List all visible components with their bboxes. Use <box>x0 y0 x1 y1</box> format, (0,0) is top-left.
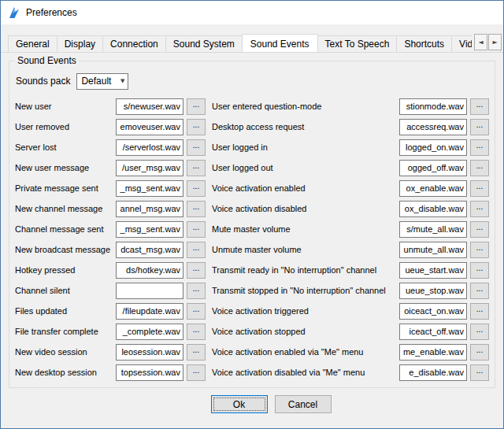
browse-button[interactable]: ... <box>470 283 489 299</box>
sound-file-input[interactable] <box>116 283 183 299</box>
browse-button[interactable]: ... <box>187 160 206 176</box>
row-user-logged-in: User logged in ... <box>212 137 489 157</box>
sound-file-input[interactable] <box>399 364 467 381</box>
browse-button[interactable]: ... <box>187 283 206 299</box>
row-files-updated: Files updated ... <box>15 301 206 321</box>
sounds-pack-select[interactable]: Default ▼ <box>76 73 128 90</box>
browse-button[interactable]: ... <box>187 221 206 238</box>
app-logo-icon <box>8 6 20 19</box>
event-label: Transmit ready in "No interruption" chan… <box>212 265 399 275</box>
event-label: New channel message <box>15 204 116 213</box>
browse-button[interactable]: ... <box>187 364 206 381</box>
sound-file-input[interactable] <box>399 98 467 115</box>
browse-button[interactable]: ... <box>470 139 489 156</box>
tab-text-to-speech[interactable]: Text To Speech <box>317 35 398 52</box>
browse-button[interactable]: ... <box>187 180 206 197</box>
event-label: Files updated <box>15 306 116 316</box>
tab-connection[interactable]: Connection <box>102 35 166 52</box>
event-label: Voice activation enabled <box>212 183 399 193</box>
event-label: New desktop session <box>15 368 116 377</box>
sound-file-input[interactable] <box>399 324 467 340</box>
browse-button[interactable]: ... <box>187 303 206 320</box>
tab-sound-system[interactable]: Sound System <box>165 35 243 52</box>
sound-file-input[interactable] <box>399 201 467 217</box>
sound-file-input[interactable] <box>116 324 183 340</box>
row-voice-activation-stopped: Voice activation stopped ... <box>212 321 489 342</box>
browse-button[interactable]: ... <box>470 303 489 320</box>
browse-button[interactable]: ... <box>187 201 206 217</box>
tab-sound-events[interactable]: Sound Events <box>242 34 318 53</box>
sound-file-input[interactable] <box>399 119 467 135</box>
sound-file-input[interactable] <box>116 303 183 320</box>
tab-shortcuts[interactable]: Shortcuts <box>396 35 452 52</box>
sound-file-input[interactable] <box>116 242 183 258</box>
row-new-desktop-session: New desktop session ... <box>15 362 206 383</box>
event-label: Voice activation triggered <box>212 306 399 316</box>
sound-file-input[interactable] <box>116 98 183 115</box>
sound-file-input[interactable] <box>399 180 467 197</box>
sound-events-group: Sound Events Sounds pack Default ▼ New u… <box>9 55 495 388</box>
cancel-button[interactable]: Cancel <box>275 395 332 413</box>
row-voice-activation-triggered: Voice activation triggered ... <box>212 301 489 321</box>
event-label: New broadcast message <box>15 245 116 254</box>
row-voice-activation-enabled-me-menu: Voice activation enabled via "Me" menu .… <box>212 342 489 362</box>
event-label: Voice activation disabled via "Me" menu <box>212 368 399 377</box>
ok-button[interactable]: Ok <box>211 395 268 413</box>
tab-scroll-left-icon[interactable]: ◄ <box>474 34 487 50</box>
browse-button[interactable]: ... <box>470 364 489 381</box>
browse-button[interactable]: ... <box>470 242 489 258</box>
row-hotkey-pressed: Hotkey pressed ... <box>15 260 206 280</box>
row-transmit-ready: Transmit ready in "No interruption" chan… <box>212 260 489 280</box>
browse-button[interactable]: ... <box>187 139 206 156</box>
row-mute-master-volume: Mute master volume ... <box>212 219 489 239</box>
browse-button[interactable]: ... <box>470 221 489 238</box>
sound-file-input[interactable] <box>399 242 467 258</box>
browse-button[interactable]: ... <box>470 119 489 135</box>
browse-button[interactable]: ... <box>470 180 489 197</box>
row-channel-silent: Channel silent ... <box>15 280 206 301</box>
event-label: Hotkey pressed <box>15 265 116 275</box>
sound-file-input[interactable] <box>399 160 467 176</box>
row-voice-activation-disabled: Voice activation disabled ... <box>212 198 489 219</box>
tab-general[interactable]: General <box>8 35 57 52</box>
sounds-pack-row: Sounds pack Default ▼ <box>16 72 489 90</box>
tab-scroll-right-icon[interactable]: ► <box>488 34 502 50</box>
sound-file-input[interactable] <box>399 139 467 156</box>
browse-button[interactable]: ... <box>470 344 489 361</box>
sound-file-input[interactable] <box>399 283 467 299</box>
event-label: New user message <box>15 163 116 172</box>
browse-button[interactable]: ... <box>470 201 489 217</box>
sound-file-input[interactable] <box>116 160 183 176</box>
event-label: Transmit stopped in "No interruption" ch… <box>212 286 399 295</box>
browse-button[interactable]: ... <box>187 324 206 340</box>
sound-file-input[interactable] <box>399 221 467 238</box>
tab-display[interactable]: Display <box>57 35 103 52</box>
sound-file-input[interactable] <box>399 344 467 361</box>
sound-file-input[interactable] <box>399 303 467 320</box>
sound-file-input[interactable] <box>116 221 183 238</box>
browse-button[interactable]: ... <box>470 262 489 279</box>
browse-button[interactable]: ... <box>187 119 206 135</box>
sound-event-columns: New user ... User removed ... Server los… <box>15 96 489 383</box>
browse-button[interactable]: ... <box>187 262 206 279</box>
title-bar[interactable]: Preferences <box>1 1 503 24</box>
sound-file-input[interactable] <box>116 344 183 361</box>
browse-button[interactable]: ... <box>470 98 489 115</box>
sound-file-input[interactable] <box>116 201 183 217</box>
row-transmit-stopped: Transmit stopped in "No interruption" ch… <box>212 280 489 301</box>
sound-file-input[interactable] <box>116 364 183 381</box>
browse-button[interactable]: ... <box>470 324 489 340</box>
browse-button[interactable]: ... <box>187 98 206 115</box>
sound-file-input[interactable] <box>116 262 183 279</box>
sound-file-input[interactable] <box>116 139 183 156</box>
sound-file-input[interactable] <box>399 262 467 279</box>
sound-file-input[interactable] <box>116 180 183 197</box>
browse-button[interactable]: ... <box>187 344 206 361</box>
row-server-lost: Server lost ... <box>15 137 206 157</box>
event-label: User logged out <box>212 163 399 172</box>
event-label: Voice activation stopped <box>212 327 399 336</box>
browse-button[interactable]: ... <box>470 160 489 176</box>
sound-file-input[interactable] <box>116 119 183 135</box>
event-label: Server lost <box>15 142 116 152</box>
browse-button[interactable]: ... <box>187 242 206 258</box>
